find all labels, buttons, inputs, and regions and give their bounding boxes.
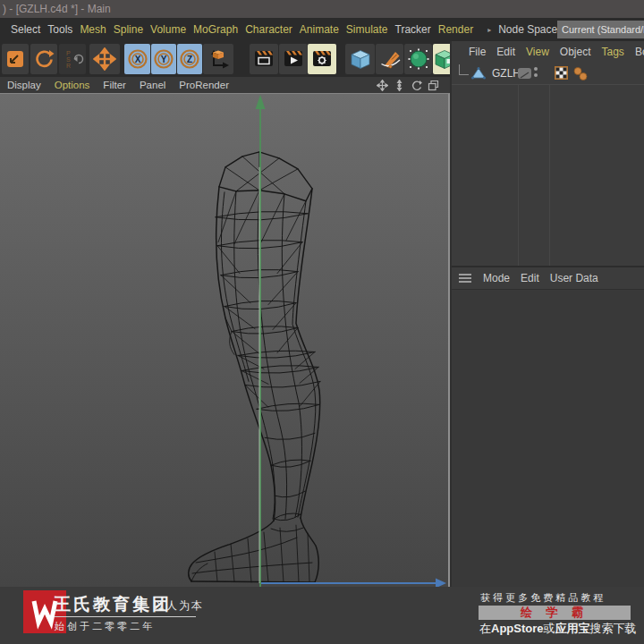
svg-text:P: P — [66, 50, 71, 56]
node-space-arrow-icon: ▸ — [487, 26, 491, 34]
menu-select[interactable]: Select — [11, 23, 40, 36]
huixueba-banner: 绘 学 霸 — [479, 606, 631, 620]
y-axis-icon: Y — [152, 47, 175, 71]
make-editable-button[interactable] — [2, 44, 29, 74]
node-space-label: Node Space: — [498, 23, 560, 36]
om-menu-bookmarks[interactable]: Bo — [635, 46, 644, 58]
object-manager-list[interactable] — [452, 84, 644, 267]
object-manager-menu-bar: File Edit View Object Tags Bo — [452, 41, 644, 63]
am-menu-user-data[interactable]: User Data — [550, 272, 598, 284]
promo-line-2: 在AppStore或应用宝搜索下载 — [479, 621, 637, 637]
vp-menu-filter[interactable]: Filter — [103, 80, 126, 90]
node-space-dropdown[interactable]: Current (Standard/Phy — [557, 21, 644, 38]
menu-volume[interactable]: Volume — [150, 23, 186, 36]
founded-text: 始 创 于 二 零 零 二 年 — [55, 620, 152, 633]
pen-icon — [378, 47, 402, 71]
add-cube-primitive-button[interactable] — [345, 44, 375, 74]
cinema4d-window: ) - [GZLH.c4d *] - Main Select Tools Mes… — [0, 0, 644, 644]
wireframe-leg-model — [189, 152, 320, 582]
render-view-icon — [252, 47, 275, 71]
x-axis-icon: X — [126, 47, 149, 71]
om-menu-edit[interactable]: Edit — [496, 46, 515, 58]
vp-menu-prorender[interactable]: ProRender — [179, 80, 229, 90]
menu-spline[interactable]: Spline — [114, 23, 143, 36]
menu-mograph[interactable]: MoGraph — [193, 23, 238, 36]
psr-icon: P S R — [61, 47, 84, 71]
phong-tag-icon[interactable] — [572, 66, 589, 81]
simulation-sphere-icon — [407, 47, 430, 71]
lock-z-axis-button[interactable]: Z — [177, 44, 202, 74]
attribute-manager-hamburger-icon[interactable] — [458, 273, 472, 284]
window-title: ) - [GZLH.c4d *] - Main — [0, 0, 644, 18]
tree-branch-icon — [459, 64, 469, 75]
coordinate-system-button[interactable] — [203, 44, 233, 74]
zoom-icon[interactable] — [394, 80, 405, 91]
render-view-button[interactable] — [250, 44, 278, 74]
column-divider — [518, 85, 519, 266]
lock-x-axis-button[interactable]: X — [124, 44, 150, 74]
visibility-toggle[interactable] — [518, 68, 531, 79]
menu-mesh[interactable]: Mesh — [80, 23, 106, 36]
company-slogan: 以人为本 — [154, 598, 204, 614]
om-menu-tags[interactable]: Tags — [602, 46, 624, 58]
am-menu-mode[interactable]: Mode — [483, 272, 510, 284]
main-menu-bar: Select Tools Mesh Spline Volume MoGraph … — [0, 18, 644, 41]
menu-character[interactable]: Character — [245, 23, 292, 36]
make-editable-icon — [4, 47, 27, 71]
column-divider — [549, 85, 550, 266]
am-menu-edit[interactable]: Edit — [521, 272, 539, 284]
menu-simulate[interactable]: Simulate — [346, 23, 388, 36]
promo-line-1: 获 得 更 多 免 费 精 品 教 程 — [480, 591, 604, 605]
render-settings-gear-icon — [310, 47, 334, 71]
om-menu-object[interactable]: Object — [560, 46, 591, 58]
svg-text:Y: Y — [161, 55, 167, 64]
object-name[interactable]: GZLH — [492, 67, 521, 80]
object-row-gzlh[interactable]: GZLH — [452, 63, 644, 84]
viewport-menu-bar: Display Options Filter Panel ProRender — [0, 77, 450, 93]
svg-text:Z: Z — [187, 55, 192, 64]
lock-y-axis-button[interactable]: Y — [151, 44, 176, 74]
attribute-manager-menu-bar: Mode Edit User Data — [452, 267, 644, 290]
render-play-icon — [282, 47, 305, 71]
vp-menu-panel[interactable]: Panel — [140, 80, 165, 90]
simulation-button[interactable] — [404, 44, 432, 74]
spline-pen-button[interactable] — [376, 44, 403, 74]
menu-tools[interactable]: Tools — [47, 23, 72, 36]
huixueba-text: 绘 学 霸 — [521, 605, 589, 621]
om-menu-file[interactable]: File — [469, 46, 486, 58]
z-axis-icon: Z — [178, 47, 201, 71]
om-menu-view[interactable]: View — [526, 46, 549, 58]
vp-menu-options[interactable]: Options — [55, 80, 90, 90]
render-settings-button[interactable] — [308, 44, 336, 74]
watermark-banner: 王氏教育集团 以人为本 始 创 于 二 零 零 二 年 获 得 更 多 免 费 … — [0, 587, 644, 644]
menu-tracker[interactable]: Tracker — [395, 23, 431, 36]
svg-text:R: R — [66, 63, 71, 69]
cube-icon — [348, 47, 373, 71]
menu-render[interactable]: Render — [438, 23, 473, 36]
maximize-view-icon[interactable] — [428, 80, 439, 91]
coordinate-system-icon — [206, 47, 231, 71]
viewport-nav-controls — [377, 80, 439, 91]
svg-text:S: S — [66, 56, 71, 63]
move-icon — [93, 47, 116, 71]
move-tool-button[interactable] — [89, 44, 120, 74]
render-to-picture-viewer-button[interactable] — [279, 44, 308, 74]
right-panel: File Edit View Object Tags Bo GZLH — [450, 41, 644, 644]
visibility-dots[interactable] — [534, 67, 538, 77]
coordinate-rotate-button[interactable] — [30, 44, 57, 74]
x-axis-handle[interactable] — [261, 579, 446, 587]
texture-tag-icon[interactable] — [555, 66, 568, 80]
divider-line — [55, 616, 196, 617]
pan-icon[interactable] — [377, 80, 388, 91]
menu-animate[interactable]: Animate — [300, 23, 339, 36]
psr-keyframe-button[interactable]: P S R — [59, 44, 86, 74]
vp-menu-display[interactable]: Display — [7, 80, 41, 90]
svg-text:X: X — [134, 55, 140, 64]
viewport-scene — [0, 94, 448, 587]
polygon-object-icon — [470, 66, 487, 80]
viewport-canvas[interactable] — [0, 93, 450, 587]
rotate-icon — [32, 47, 55, 71]
rotate-view-icon[interactable] — [411, 80, 422, 91]
